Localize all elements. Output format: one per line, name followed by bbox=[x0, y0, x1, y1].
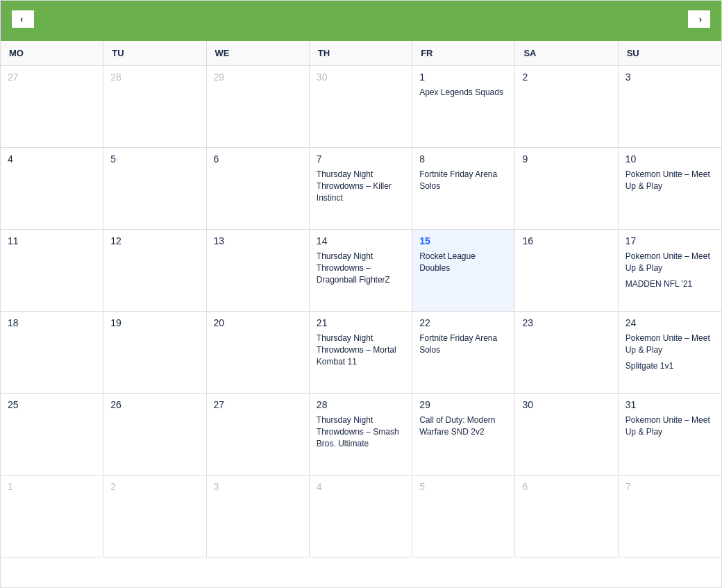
event-label[interactable]: Pokemon Unite – Meet Up & Play bbox=[626, 169, 714, 192]
cal-cell[interactable]: 5 bbox=[412, 476, 515, 557]
cal-cell[interactable]: 14Thursday Night Throwdowns – Dragonball… bbox=[310, 230, 412, 312]
cal-cell[interactable]: 24Pokemon Unite – Meet Up & PlaySplitgat… bbox=[619, 312, 721, 394]
event-label[interactable]: Thursday Night Throwdowns – Killer Insti… bbox=[317, 169, 405, 203]
cal-cell[interactable]: 23 bbox=[515, 312, 618, 394]
day-number: 27 bbox=[214, 399, 302, 410]
event-label[interactable]: Pokemon Unite – Meet Up & Play bbox=[626, 333, 714, 356]
cal-cell[interactable]: 5 bbox=[103, 148, 206, 230]
day-number: 6 bbox=[522, 481, 610, 492]
event-label[interactable]: Call of Duty: Modern Warfare SND 2v2 bbox=[419, 414, 507, 438]
cal-cell[interactable]: 30 bbox=[515, 394, 618, 476]
cal-cell[interactable]: 27 bbox=[207, 394, 310, 476]
cal-cell[interactable]: 22Fortnite Friday Arena Solos bbox=[412, 312, 515, 394]
day-number: 30 bbox=[522, 399, 610, 410]
cal-cell[interactable]: 4 bbox=[1, 148, 103, 230]
event-label[interactable]: Fortnite Friday Arena Solos bbox=[419, 333, 507, 356]
day-number: 7 bbox=[317, 153, 405, 165]
day-number: 29 bbox=[419, 399, 507, 410]
cal-cell[interactable]: 2 bbox=[103, 476, 206, 557]
day-number: 21 bbox=[317, 317, 405, 328]
next-month-button[interactable]: › bbox=[688, 10, 710, 28]
event-label[interactable]: Splitgate 1v1 bbox=[626, 360, 714, 372]
cal-cell[interactable]: 29 bbox=[207, 66, 310, 148]
cal-cell[interactable]: 20 bbox=[207, 312, 310, 394]
event-label[interactable]: Pokemon Unite – Meet Up & Play bbox=[626, 414, 714, 438]
event-label[interactable]: Pokemon Unite – Meet Up & Play bbox=[626, 251, 714, 274]
day-number: 1 bbox=[8, 481, 96, 492]
event-label[interactable]: Fortnite Friday Arena Solos bbox=[419, 169, 507, 192]
calendar-wrapper: ‹ › MOTUWETHFRSASU 272829301Apex Legends… bbox=[0, 0, 722, 588]
cal-cell[interactable]: 27 bbox=[1, 66, 103, 148]
day-number: 27 bbox=[8, 72, 96, 83]
cal-cell[interactable]: 7 bbox=[619, 476, 721, 557]
cal-cell[interactable]: 26 bbox=[103, 394, 206, 476]
day-number: 7 bbox=[626, 481, 714, 492]
event-label[interactable]: Thursday Night Throwdowns – Mortal Komba… bbox=[317, 333, 405, 367]
cal-cell[interactable]: 15Rocket League Doubles bbox=[412, 230, 515, 312]
day-number: 2 bbox=[522, 72, 610, 83]
cal-cell[interactable]: 19 bbox=[103, 312, 206, 394]
event-label[interactable]: Rocket League Doubles bbox=[419, 251, 507, 274]
day-number: 4 bbox=[317, 481, 405, 492]
day-number: 8 bbox=[419, 153, 507, 165]
cal-cell[interactable]: 17Pokemon Unite – Meet Up & PlayMADDEN N… bbox=[619, 230, 721, 312]
cal-cell[interactable]: 16 bbox=[515, 230, 618, 312]
cal-cell[interactable]: 28Thursday Night Throwdowns – Smash Bros… bbox=[310, 394, 412, 476]
cal-cell[interactable]: 25 bbox=[1, 394, 103, 476]
cal-cell[interactable]: 1 bbox=[1, 476, 103, 557]
cal-cell[interactable]: 13 bbox=[207, 230, 310, 312]
day-header-mo: MO bbox=[1, 41, 103, 65]
cal-cell[interactable]: 3 bbox=[207, 476, 310, 557]
cal-cell[interactable]: 11 bbox=[1, 230, 103, 312]
day-number: 9 bbox=[522, 153, 610, 165]
cal-cell[interactable]: 21Thursday Night Throwdowns – Mortal Kom… bbox=[310, 312, 412, 394]
prev-month-button[interactable]: ‹ bbox=[12, 10, 34, 28]
cal-cell[interactable]: 30 bbox=[310, 66, 412, 148]
cal-cell[interactable]: 6 bbox=[515, 476, 618, 557]
event-label[interactable]: Apex Legends Squads bbox=[419, 87, 507, 99]
day-number: 3 bbox=[214, 481, 302, 492]
day-number: 18 bbox=[8, 317, 96, 328]
day-number: 26 bbox=[110, 399, 199, 410]
cal-cell[interactable]: 9 bbox=[515, 148, 618, 230]
day-number: 14 bbox=[317, 235, 405, 246]
next-arrow-icon: › bbox=[699, 14, 702, 24]
day-header-sa: SA bbox=[515, 41, 618, 65]
day-header-tu: TU bbox=[103, 41, 206, 65]
cal-cell[interactable]: 31Pokemon Unite – Meet Up & Play bbox=[619, 394, 721, 476]
day-number: 4 bbox=[8, 153, 96, 165]
cal-cell[interactable]: 6 bbox=[207, 148, 310, 230]
event-label[interactable]: Thursday Night Throwdowns – Dragonball F… bbox=[317, 251, 405, 285]
day-number: 19 bbox=[110, 317, 199, 328]
day-number: 5 bbox=[110, 153, 199, 165]
day-number: 5 bbox=[419, 481, 507, 492]
cal-cell[interactable]: 1Apex Legends Squads bbox=[412, 66, 515, 148]
day-number: 29 bbox=[214, 72, 302, 83]
day-number: 31 bbox=[626, 399, 714, 410]
prev-arrow-icon: ‹ bbox=[20, 14, 23, 24]
event-label[interactable]: MADDEN NFL '21 bbox=[626, 278, 714, 290]
day-number: 2 bbox=[110, 481, 199, 492]
cal-cell[interactable]: 12 bbox=[103, 230, 206, 312]
cal-cell[interactable]: 10Pokemon Unite – Meet Up & Play bbox=[619, 148, 721, 230]
day-header-fr: FR bbox=[412, 41, 515, 65]
calendar-grid: 272829301Apex Legends Squads234567Thursd… bbox=[1, 66, 721, 557]
event-label[interactable]: Thursday Night Throwdowns – Smash Bros. … bbox=[317, 414, 405, 449]
day-number: 20 bbox=[214, 317, 302, 328]
cal-cell[interactable]: 18 bbox=[1, 312, 103, 394]
day-header-su: SU bbox=[619, 41, 721, 65]
cal-cell[interactable]: 4 bbox=[310, 476, 412, 557]
cal-cell[interactable]: 29Call of Duty: Modern Warfare SND 2v2 bbox=[412, 394, 515, 476]
day-number: 30 bbox=[317, 72, 405, 83]
day-number: 28 bbox=[317, 399, 405, 410]
cal-cell[interactable]: 8Fortnite Friday Arena Solos bbox=[412, 148, 515, 230]
day-number: 17 bbox=[626, 235, 714, 246]
calendar-header: ‹ › bbox=[1, 1, 721, 37]
cal-cell[interactable]: 28 bbox=[103, 66, 206, 148]
cal-cell[interactable]: 2 bbox=[515, 66, 618, 148]
cal-cell[interactable]: 3 bbox=[619, 66, 721, 148]
day-number: 6 bbox=[214, 153, 302, 165]
cal-cell[interactable]: 7Thursday Night Throwdowns – Killer Inst… bbox=[310, 148, 412, 230]
day-header-we: WE bbox=[207, 41, 310, 65]
day-number: 22 bbox=[419, 317, 507, 328]
